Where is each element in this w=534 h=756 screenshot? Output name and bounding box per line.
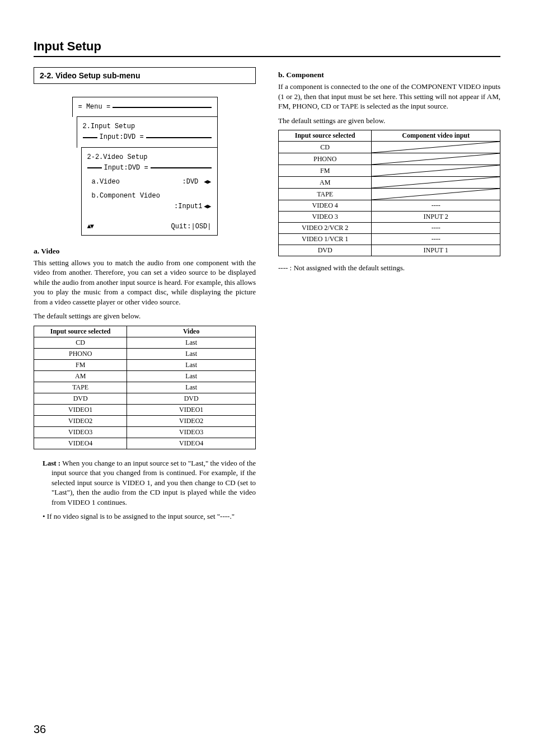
table-cell: VIDEO 1/VCR 1 (279, 234, 372, 245)
menu-frame-inner: 2-2.Video Setup Input:DVD = a.Video :DVD… (81, 147, 218, 236)
page-title: Input Setup (34, 39, 500, 57)
up-down-icon: ▲▼ (87, 223, 93, 231)
last-definition: Last : When you change to an input sourc… (43, 458, 256, 508)
table-cell (372, 165, 500, 177)
left-right-icon: ◀▶ (203, 177, 212, 187)
table-cell: CD (34, 337, 127, 348)
table-cell: AM (34, 370, 127, 382)
table-cell: PHONO (279, 153, 372, 165)
svg-line-2 (372, 165, 500, 176)
table-cell: VIDEO1 (127, 404, 256, 415)
table-row: VIDEO2VIDEO2 (34, 415, 256, 426)
table-cell: VIDEO2 (127, 415, 256, 426)
svg-line-3 (372, 177, 500, 188)
legend-text: ---- : Not assigned with the default set… (278, 263, 500, 273)
table-header: Video (127, 326, 256, 337)
svg-line-1 (372, 153, 500, 165)
section-header: 2-2. Video Setup sub-menu (34, 67, 256, 84)
table-row: AM (279, 177, 500, 189)
table-row: PHONOLast (34, 348, 256, 359)
video-defaults-table: Input source selected Video CDLastPHONOL… (34, 326, 256, 449)
svg-line-4 (372, 189, 500, 200)
table-cell (372, 142, 500, 153)
page-number: 36 (34, 723, 46, 736)
right-column: b. Component If a component is connected… (278, 67, 500, 521)
table-cell: VIDEO 3 (279, 212, 372, 223)
table-row: VIDEO1VIDEO1 (34, 404, 256, 415)
menu-text: Input:DVD (104, 163, 140, 173)
menu-quit-text: Quit:|OSD| (171, 223, 211, 231)
table-cell: VIDEO 4 (279, 200, 372, 212)
table-cell: TAPE (34, 382, 127, 393)
two-column-layout: 2-2. Video Setup sub-menu = Menu = 2.Inp… (34, 67, 500, 521)
table-row: FM (279, 165, 500, 177)
left-right-icon: ◀▶ (203, 202, 212, 212)
table-cell: FM (34, 359, 127, 370)
table-cell: TAPE (279, 189, 372, 200)
table-cell: ---- (372, 234, 500, 245)
table-cell: DVD (127, 393, 256, 404)
table-cell (372, 177, 500, 189)
table-cell (372, 153, 500, 165)
table-cell: Last (127, 348, 256, 359)
table-cell: Last (127, 382, 256, 393)
menu-text: 2-2.Video Setup (87, 152, 148, 163)
table-cell: DVD (279, 245, 372, 256)
table-cell: Last (127, 359, 256, 370)
table-row: VIDEO 3INPUT 2 (279, 212, 500, 223)
last-label: Last : (43, 459, 60, 467)
menu-value-a: :DVD (182, 178, 198, 186)
definition-list: Last : When you change to an input sourc… (34, 458, 256, 521)
table-row: VIDEO3VIDEO3 (34, 426, 256, 438)
menu-item-a: a.Video (87, 177, 120, 187)
subsection-a-body: This setting allows you to match the aud… (34, 258, 256, 307)
table-cell: VIDEO4 (127, 438, 256, 449)
table-row: DVDDVD (34, 393, 256, 404)
table-row: VIDEO 1/VCR 1---- (279, 234, 500, 245)
subsection-b-body: If a component is connected to the one o… (278, 82, 500, 111)
table-header: Component video input (372, 130, 500, 142)
table-cell: ---- (372, 223, 500, 234)
table-cell: CD (279, 142, 372, 153)
table-row: CDLast (34, 337, 256, 348)
table-cell: VIDEO3 (34, 426, 127, 438)
defaults-intro: The default settings are given below. (34, 311, 256, 321)
menu-text: = (78, 102, 86, 112)
table-cell: VIDEO1 (34, 404, 127, 415)
osd-menu-diagram: = Menu = 2.Input Setup Input:DVD = (72, 97, 218, 236)
table-row: TAPE (279, 189, 500, 200)
table-cell: AM (279, 177, 372, 189)
table-cell (372, 189, 500, 200)
table-row: PHONO (279, 153, 500, 165)
bullet-note: • If no video signal is to be assigned t… (43, 512, 256, 521)
table-row: VIDEO 4---- (279, 200, 500, 212)
component-defaults-table: Input source selected Component video in… (278, 130, 500, 256)
table-cell: Last (127, 337, 256, 348)
table-row: DVDINPUT 1 (279, 245, 500, 256)
table-cell: INPUT 2 (372, 212, 500, 223)
table-cell: Last (127, 370, 256, 382)
subsection-b-head: b. Component (278, 71, 500, 79)
table-header: Input source selected (279, 130, 372, 142)
table-cell: ---- (372, 200, 500, 212)
table-cell: VIDEO3 (127, 426, 256, 438)
table-row: FMLast (34, 359, 256, 370)
table-cell: VIDEO4 (34, 438, 127, 449)
defaults-intro-b: The default settings are given below. (278, 116, 500, 126)
last-text: When you change to an input source set t… (51, 459, 256, 506)
menu-text: 2.Input Setup (83, 121, 135, 132)
menu-value-b: :Input1 (174, 201, 202, 212)
table-row: VIDEO 2/VCR 2---- (279, 223, 500, 234)
menu-text: = (102, 102, 110, 112)
table-cell: FM (279, 165, 372, 177)
menu-text: Menu (86, 102, 102, 112)
subsection-a-head: a. Video (34, 247, 256, 256)
table-cell: INPUT 1 (372, 245, 500, 256)
menu-item-b: b.Component Video (87, 191, 160, 201)
table-row: AMLast (34, 370, 256, 382)
table-row: TAPELast (34, 382, 256, 393)
table-header: Input source selected (34, 326, 127, 337)
table-row: VIDEO4VIDEO4 (34, 438, 256, 449)
menu-frame-top: = Menu = (72, 97, 218, 117)
table-row: CD (279, 142, 500, 153)
